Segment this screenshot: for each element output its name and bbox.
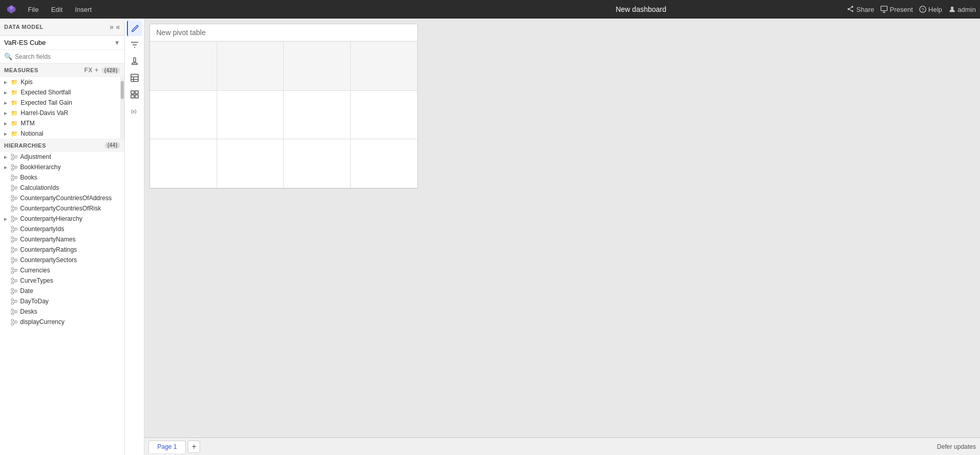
- svg-rect-73: [15, 290, 17, 292]
- hierarchy-icon: [11, 298, 18, 305]
- search-input[interactable]: [15, 53, 120, 60]
- folder-icon: 📁: [11, 120, 18, 127]
- user-menu[interactable]: admin: [949, 6, 976, 13]
- hierarchy-item-counterpartysectors[interactable]: ► CounterpartySectors: [0, 255, 124, 265]
- svg-rect-99: [135, 95, 138, 98]
- paint-toolbar-button[interactable]: [127, 54, 142, 69]
- folder-icon: 📁: [11, 79, 18, 86]
- collapse-sidebar-button[interactable]: «: [116, 23, 120, 31]
- svg-rect-17: [11, 178, 13, 181]
- hierarchy-item-calculationids[interactable]: ► CalculationIds: [0, 183, 124, 193]
- svg-point-5: [951, 7, 953, 9]
- expand-all-button[interactable]: »: [107, 22, 116, 32]
- svg-rect-58: [15, 259, 17, 261]
- svg-rect-67: [11, 282, 13, 284]
- svg-rect-47: [11, 240, 13, 242]
- svg-rect-82: [11, 313, 13, 315]
- svg-rect-78: [15, 300, 17, 302]
- hierarchy-item-counterpartycountriesofaddress[interactable]: ► CounterpartyCountriesOfAddress: [0, 193, 124, 203]
- edit-toolbar-button[interactable]: [127, 21, 142, 36]
- svg-rect-63: [15, 269, 17, 271]
- pivot-toolbar-button[interactable]: [127, 87, 142, 102]
- svg-rect-22: [11, 189, 13, 191]
- filter-toolbar-button[interactable]: [127, 37, 142, 53]
- hierarchy-icon: [11, 185, 18, 191]
- table-toolbar-button[interactable]: [127, 70, 142, 86]
- hierarchy-item-books[interactable]: ► Books: [0, 172, 124, 183]
- svg-rect-7: [11, 158, 13, 160]
- measure-item-kpis[interactable]: ► 📁 Kpis: [0, 77, 124, 87]
- measure-label: Kpis: [21, 78, 120, 86]
- folder-icon: 📁: [11, 131, 18, 137]
- present-button[interactable]: Present: [880, 6, 913, 13]
- menu-insert[interactable]: Insert: [70, 4, 97, 15]
- hierarchy-item-daytoday[interactable]: ► DayToDay: [0, 296, 124, 306]
- hierarchy-icon: [11, 278, 18, 284]
- add-measure-icon[interactable]: +: [95, 67, 99, 74]
- hierarchy-icon: [11, 267, 18, 274]
- hierarchy-icon: [11, 216, 18, 222]
- hierarchy-item-date[interactable]: ► Date: [0, 286, 124, 296]
- function-icon[interactable]: fx: [84, 67, 92, 74]
- hierarchy-label: DayToDay: [20, 298, 120, 305]
- measures-list: ► 📁 Kpis ► 📁 Expected Shortfall ► 📁 Expe…: [0, 77, 124, 139]
- hierarchy-icon: [11, 195, 18, 202]
- svg-rect-68: [15, 280, 17, 282]
- help-button[interactable]: ? Help: [919, 6, 942, 13]
- svg-rect-46: [11, 237, 13, 239]
- menu-bar: File Edit Insert New dashboard Share Pre…: [0, 0, 980, 19]
- hierarchy-label: displayCurrency: [20, 318, 120, 326]
- hierarchy-item-counterpartyids[interactable]: ► CounterpartyIds: [0, 224, 124, 234]
- variable-toolbar-button[interactable]: (x): [127, 103, 142, 119]
- hierarchy-item-desks[interactable]: ► Desks: [0, 306, 124, 317]
- measure-item-notional[interactable]: ► 📁 Notional: [0, 128, 124, 139]
- hierarchy-item-displaycurrency[interactable]: ► displayCurrency: [0, 317, 124, 327]
- hierarchy-item-currencies[interactable]: ► Currencies: [0, 265, 124, 275]
- svg-rect-26: [11, 196, 13, 198]
- hierarchy-label: CounterpartyRatings: [20, 246, 120, 253]
- pivot-cell-header: [284, 42, 351, 91]
- svg-rect-72: [11, 292, 13, 294]
- measure-item-expected-tail-gain[interactable]: ► 📁 Expected Tail Gain: [0, 98, 124, 108]
- measure-label: MTM: [21, 120, 120, 127]
- data-model-selector[interactable]: VaR-ES Cube ▼: [0, 36, 124, 50]
- svg-rect-91: [134, 58, 136, 62]
- svg-rect-62: [11, 271, 13, 273]
- hierarchy-item-bookhierarchy[interactable]: ► BookHierarchy: [0, 162, 124, 172]
- vertical-toolbar: (x): [125, 19, 144, 455]
- folder-icon: 📁: [11, 100, 18, 106]
- add-page-button[interactable]: +: [188, 441, 200, 453]
- hierarchies-label: HIERARCHIES: [4, 142, 46, 149]
- hierarchy-item-counterpartynames[interactable]: ► CounterpartyNames: [0, 234, 124, 245]
- hierarchies-section-header: HIERARCHIES (44): [0, 139, 124, 152]
- measure-item-mtm[interactable]: ► 📁 MTM: [0, 118, 124, 128]
- hierarchy-icon: [11, 257, 18, 264]
- menu-edit[interactable]: Edit: [46, 4, 68, 15]
- svg-rect-88: [15, 321, 17, 323]
- measure-item-expected-shortfall[interactable]: ► 📁 Expected Shortfall: [0, 87, 124, 98]
- menu-file[interactable]: File: [23, 4, 44, 15]
- expand-arrow-icon: ►: [2, 216, 9, 222]
- svg-rect-36: [11, 216, 13, 218]
- svg-rect-11: [11, 165, 13, 167]
- hierarchy-item-adjustment[interactable]: ► Adjustment: [0, 152, 124, 162]
- hierarchy-icon: [11, 205, 18, 212]
- data-model-label: DATA MODEL: [4, 24, 43, 30]
- share-button[interactable]: Share: [847, 6, 874, 13]
- hierarchy-icon: [11, 174, 18, 181]
- svg-rect-38: [15, 218, 17, 220]
- hierarchy-item-curvetypes[interactable]: ► CurveTypes: [0, 275, 124, 286]
- hierarchy-item-counterpartyhierarchy[interactable]: ► CounterpartyHierarchy: [0, 214, 124, 224]
- hierarchy-item-counterpartycountriesofrisk[interactable]: ► CounterpartyCountriesOfRisk: [0, 203, 124, 214]
- hierarchy-item-counterpartyratings[interactable]: ► CounterpartyRatings: [0, 245, 124, 255]
- svg-rect-53: [15, 249, 17, 251]
- svg-rect-51: [11, 247, 13, 249]
- measure-item-harrel-davis-var[interactable]: ► 📁 Harrel-Davis VaR: [0, 108, 124, 118]
- page-tabs: Page 1 + Defer updates: [144, 437, 980, 455]
- expand-arrow-icon: ►: [2, 165, 9, 170]
- page-tab-1[interactable]: Page 1: [149, 441, 186, 453]
- defer-updates-button[interactable]: Defer updates: [937, 443, 976, 450]
- svg-rect-6: [11, 154, 13, 156]
- pivot-cell: [351, 91, 418, 140]
- svg-rect-56: [11, 257, 13, 259]
